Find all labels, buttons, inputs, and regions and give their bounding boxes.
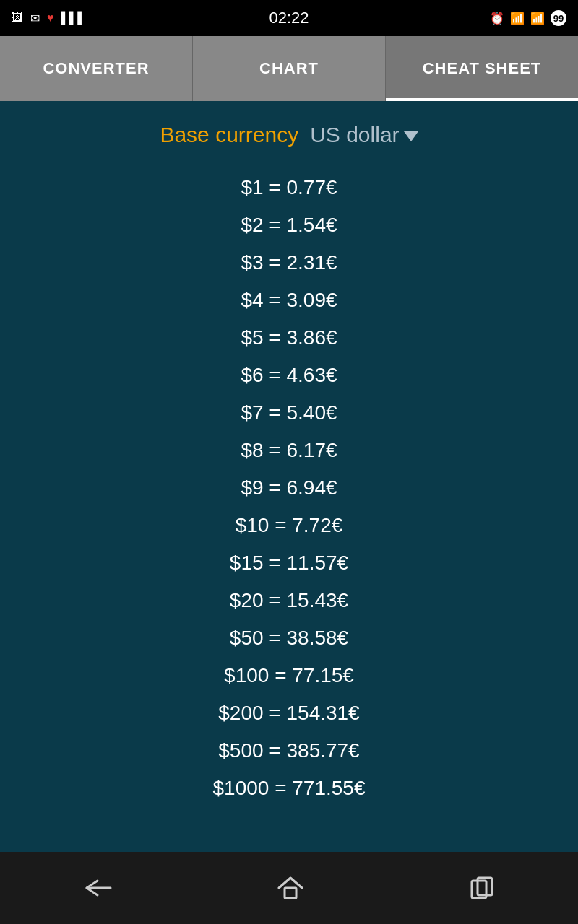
tab-bar: CONVERTER CHART CHEAT SHEET: [0, 36, 578, 101]
list-item: $7 = 5.40€: [0, 394, 578, 432]
status-bar: 🖼 ✉ ♥ ▌▌▌ 02:22 ⏰ 📶 📶 99: [0, 0, 578, 36]
base-currency-row: Base currency US dollar: [0, 101, 578, 162]
tab-converter[interactable]: CONVERTER: [0, 36, 193, 101]
conversion-text: $9 = 6.94€: [241, 476, 337, 499]
recents-icon: [469, 875, 495, 901]
base-currency-value: US dollar: [310, 123, 399, 147]
heart-icon: ♥: [47, 12, 54, 25]
status-icons-left: 🖼 ✉ ♥ ▌▌▌: [12, 12, 86, 25]
signal-icon: 📶: [530, 12, 545, 25]
wifi-icon: 📶: [510, 12, 525, 25]
conversion-text: $200 = 154.31€: [218, 702, 359, 724]
conversion-text: $500 = 385.77€: [218, 739, 359, 762]
conversion-text: $100 = 77.15€: [224, 664, 354, 687]
tab-chart[interactable]: CHART: [193, 36, 386, 101]
conversion-text: $3 = 2.31€: [241, 251, 337, 274]
conversion-text: $4 = 3.09€: [241, 289, 337, 311]
active-tab-indicator: [386, 98, 578, 101]
list-item: $3 = 2.31€: [0, 244, 578, 282]
list-item: $200 = 154.31€: [0, 694, 578, 732]
conversion-text: $15 = 11.57€: [230, 552, 348, 574]
conversion-text: $50 = 38.58€: [230, 627, 348, 649]
base-currency-label: Base currency: [160, 123, 298, 147]
list-item: $50 = 38.58€: [0, 619, 578, 657]
recents-button[interactable]: [447, 868, 517, 908]
list-item: $9 = 6.94€: [0, 469, 578, 507]
battery-level: 99: [551, 10, 566, 26]
tab-cheat-sheet[interactable]: CHEAT SHEET: [386, 36, 578, 101]
conversion-list: $1 = 0.77€$2 = 1.54€$3 = 2.31€$4 = 3.09€…: [0, 162, 578, 852]
list-item: $1000 = 771.55€: [0, 770, 578, 807]
barcode-icon: ▌▌▌: [61, 12, 86, 25]
list-item: $6 = 4.63€: [0, 357, 578, 394]
main-content: Base currency US dollar $1 = 0.77€$2 = 1…: [0, 101, 578, 852]
back-icon: [83, 877, 112, 899]
conversion-text: $6 = 4.63€: [241, 364, 337, 386]
base-currency-selector[interactable]: US dollar: [310, 123, 418, 147]
conversion-text: $2 = 1.54€: [241, 214, 337, 236]
conversion-text: $1 = 0.77€: [241, 176, 337, 199]
conversion-text: $7 = 5.40€: [241, 401, 337, 424]
back-button[interactable]: [61, 870, 134, 906]
alarm-icon: ⏰: [490, 12, 504, 25]
conversion-text: $8 = 6.17€: [241, 439, 337, 461]
conversion-text: $1000 = 771.55€: [213, 777, 366, 799]
list-item: $4 = 3.09€: [0, 282, 578, 319]
list-item: $100 = 77.15€: [0, 657, 578, 694]
status-icons-right: ⏰ 📶 📶 99: [490, 10, 566, 26]
list-item: $500 = 385.77€: [0, 732, 578, 770]
list-item: $15 = 11.57€: [0, 544, 578, 582]
mail-icon: ✉: [30, 12, 40, 25]
conversion-text: $5 = 3.86€: [241, 326, 337, 349]
list-item: $8 = 6.17€: [0, 432, 578, 469]
svg-rect-1: [285, 888, 296, 898]
list-item: $20 = 15.43€: [0, 582, 578, 619]
dropdown-arrow-icon: [404, 131, 418, 141]
list-item: $5 = 3.86€: [0, 319, 578, 357]
home-button[interactable]: [256, 868, 325, 908]
conversion-text: $10 = 7.72€: [236, 514, 343, 536]
photo-icon: 🖼: [12, 12, 23, 25]
list-item: $2 = 1.54€: [0, 206, 578, 244]
list-item: $10 = 7.72€: [0, 507, 578, 544]
bottom-nav: [0, 852, 578, 924]
home-icon: [277, 875, 303, 901]
status-time: 02:22: [269, 9, 309, 27]
list-item: $1 = 0.77€: [0, 169, 578, 206]
conversion-text: $20 = 15.43€: [230, 589, 348, 611]
